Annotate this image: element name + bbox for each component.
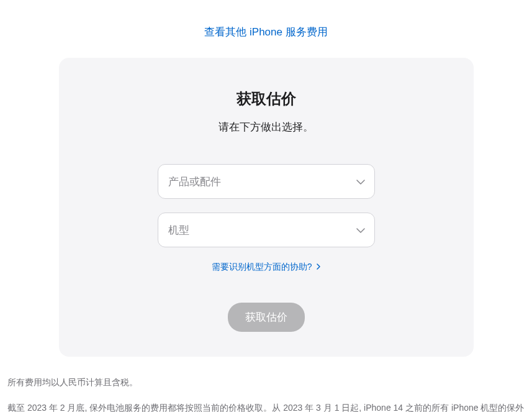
product-select[interactable]: 产品或配件 [158, 164, 375, 199]
identify-model-help-link[interactable]: 需要识别机型方面的协助? [212, 262, 321, 272]
model-select[interactable]: 机型 [158, 213, 375, 247]
other-services-link[interactable]: 查看其他 iPhone 服务费用 [204, 26, 327, 38]
help-link-label: 需要识别机型方面的协助? [212, 262, 312, 272]
top-link-container: 查看其他 iPhone 服务费用 [0, 0, 532, 58]
product-select-placeholder: 产品或配件 [168, 175, 221, 189]
submit-row: 获取估价 [84, 303, 449, 332]
product-select-wrapper: 产品或配件 [158, 164, 375, 199]
model-select-wrapper: 机型 [158, 213, 375, 247]
model-select-placeholder: 机型 [168, 223, 189, 237]
footnotes: 所有费用均以人民币计算且含税。 截至 2023 年 2 月底, 保外电池服务的费… [0, 357, 532, 412]
chevron-right-icon [317, 263, 320, 271]
estimate-card: 获取估价 请在下方做出选择。 产品或配件 机型 需要识别机型方面的协助? 获取估… [59, 58, 474, 357]
help-link-container: 需要识别机型方面的协助? [84, 261, 449, 273]
get-estimate-button[interactable]: 获取估价 [228, 303, 305, 332]
card-subtitle: 请在下方做出选择。 [84, 120, 449, 134]
footnote-tax: 所有费用均以人民币计算且含税。 [7, 374, 525, 391]
card-title: 获取估价 [84, 89, 449, 109]
footnote-price-change: 截至 2023 年 2 月底, 保外电池服务的费用都将按照当前的价格收取。从 2… [7, 400, 525, 412]
footnote-price-text: 截至 2023 年 2 月底, 保外电池服务的费用都将按照当前的价格收取。从 2… [7, 403, 524, 412]
